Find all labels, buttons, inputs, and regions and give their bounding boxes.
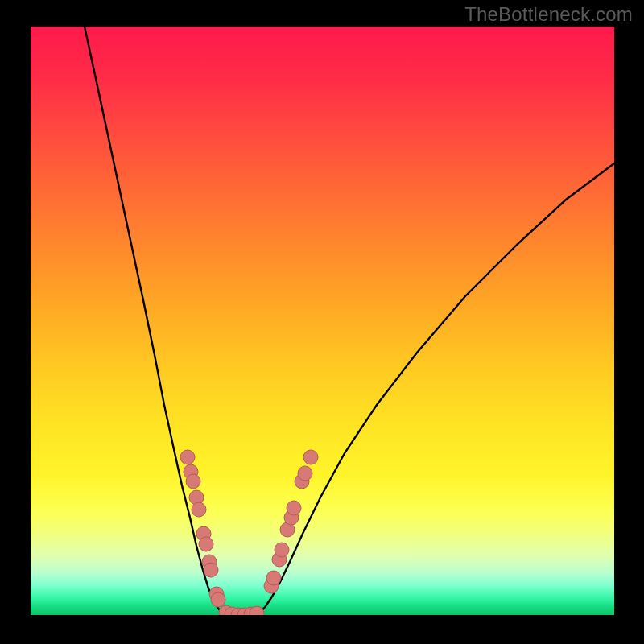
data-dot bbox=[204, 563, 218, 577]
data-dot bbox=[192, 502, 206, 517]
data-dot bbox=[303, 450, 318, 464]
data-dot bbox=[266, 571, 281, 585]
data-dot bbox=[298, 466, 312, 481]
watermark-text: TheBottleneck.com bbox=[464, 3, 633, 26]
data-dot bbox=[199, 537, 213, 551]
dots-layer bbox=[31, 27, 614, 615]
chart-stage: TheBottleneck.com bbox=[0, 0, 644, 644]
plot-area bbox=[31, 27, 614, 615]
data-dot bbox=[275, 543, 289, 557]
data-dot bbox=[186, 474, 200, 489]
data-dot bbox=[287, 501, 301, 515]
data-dot bbox=[211, 592, 225, 607]
dots-group bbox=[180, 450, 318, 615]
data-dot bbox=[180, 450, 195, 464]
